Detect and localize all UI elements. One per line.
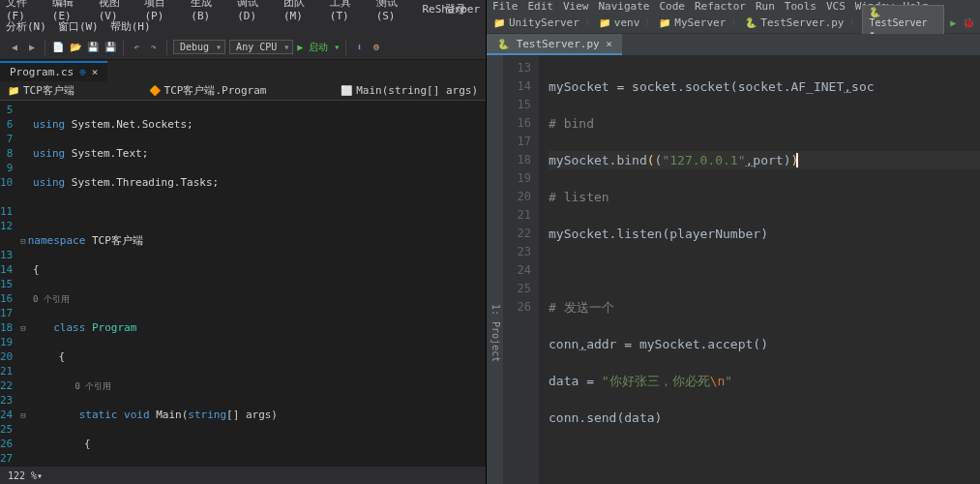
vs-status-bar: 122 % ▾ bbox=[0, 467, 486, 484]
folder-icon: 📁 bbox=[658, 16, 671, 30]
debug-icon[interactable]: 🐞 bbox=[963, 16, 974, 30]
login-link[interactable]: 登录 bbox=[445, 2, 466, 16]
bc-project[interactable]: 📁UnityServer bbox=[492, 16, 594, 30]
menu-edit[interactable]: 编辑(E) bbox=[52, 0, 87, 22]
method-icon: ⬜ bbox=[341, 85, 352, 96]
menu-code[interactable]: Code bbox=[659, 0, 685, 13]
tab-close-icon[interactable]: × bbox=[92, 66, 99, 78]
redo-icon[interactable]: ↷ bbox=[147, 41, 161, 54]
config-dropdown[interactable]: Debug bbox=[173, 40, 225, 54]
save-icon[interactable]: 💾 bbox=[86, 41, 100, 54]
python-icon: 🐍 bbox=[496, 37, 510, 50]
save-all-icon[interactable]: 💾 bbox=[104, 41, 117, 54]
menu-tools[interactable]: Tools bbox=[785, 0, 817, 13]
python-icon: 🐍 bbox=[744, 16, 757, 30]
bc-venv[interactable]: 📁venv bbox=[598, 16, 655, 30]
folder-icon: 📁 bbox=[8, 85, 19, 96]
folder-icon: 📁 bbox=[492, 16, 506, 30]
menu-project[interactable]: 项目(P) bbox=[144, 0, 179, 22]
breadcrumb-method[interactable]: ⬜Main(string[] args) bbox=[341, 84, 478, 97]
ij-tab-bar: 🐍 TestServer.py × bbox=[487, 34, 980, 55]
start-button[interactable]: ▶ 启动 ▾ bbox=[297, 41, 340, 54]
vs-editor[interactable]: 5678 91011 121314 15161718 19202122 2324… bbox=[0, 101, 486, 467]
platform-dropdown[interactable]: Any CPU bbox=[229, 40, 293, 54]
menu-navigate[interactable]: Navigate bbox=[599, 0, 650, 13]
toolbar-icon-2[interactable]: ⚙ bbox=[370, 41, 383, 54]
code-area[interactable]: using System.Net.Sockets; using System.T… bbox=[20, 101, 486, 467]
menu-edit[interactable]: Edit bbox=[528, 0, 554, 13]
menu-build[interactable]: 生成(B) bbox=[191, 0, 225, 22]
open-icon[interactable]: 📂 bbox=[69, 41, 82, 54]
pycharm-ide: File Edit View Navigate Code Refactor Ru… bbox=[487, 0, 980, 484]
ij-editor: 1: Project 13141516 17181920 21222324 25… bbox=[487, 55, 980, 484]
back-icon[interactable]: ◀ bbox=[8, 41, 21, 54]
menu-run[interactable]: Run bbox=[756, 0, 775, 13]
visual-studio-ide: 文件(F) 编辑(E) 视图(V) 项目(P) 生成(B) 调试(D) 团队(M… bbox=[0, 0, 487, 484]
menu-file[interactable]: 文件(F) bbox=[6, 0, 41, 22]
toolbar-icon-1[interactable]: ⬇ bbox=[352, 41, 366, 54]
menu-tools[interactable]: 工具(T) bbox=[330, 0, 365, 22]
vs-breadcrumb: 📁TCP客户端 🔶TCP客户端.Program ⬜Main(string[] a… bbox=[0, 81, 486, 101]
menu-view[interactable]: 视图(V) bbox=[99, 0, 134, 22]
class-icon: 🔶 bbox=[149, 85, 161, 96]
menu-test[interactable]: 测试(S) bbox=[376, 0, 411, 22]
tab-program-cs[interactable]: Program.cs ⊕ × bbox=[0, 61, 107, 81]
vs-tab-bar: Program.cs ⊕ × bbox=[0, 60, 486, 81]
menu-refactor[interactable]: Refactor bbox=[695, 0, 746, 13]
menu-vcs[interactable]: VCS bbox=[826, 0, 846, 13]
vs-toolbar: ◀ ▶ 📄 📂 💾 💾 ↶ ↷ Debug Any CPU ▶ 启动 ▾ ⬇ ⚙ bbox=[0, 35, 486, 60]
menu-file[interactable]: File bbox=[492, 0, 519, 13]
tab-testserver[interactable]: 🐍 TestServer.py × bbox=[487, 34, 622, 55]
folder-icon: 📁 bbox=[598, 16, 611, 30]
bc-myserver[interactable]: 📁MyServer bbox=[658, 16, 740, 30]
bc-file[interactable]: 🐍TestServer.py bbox=[744, 16, 858, 30]
breadcrumb-class[interactable]: 🔶TCP客户端.Program bbox=[149, 83, 267, 98]
undo-icon[interactable]: ↶ bbox=[130, 41, 143, 54]
project-tool[interactable]: 1: Project bbox=[487, 55, 504, 484]
forward-icon[interactable]: ▶ bbox=[25, 41, 39, 54]
ij-gutter: 13141516 17181920 21222324 2526 bbox=[504, 55, 539, 484]
ij-code-area[interactable]: mySocket = socket.socket(socket.AF_INET,… bbox=[539, 55, 980, 484]
new-file-icon[interactable]: 📄 bbox=[51, 41, 65, 54]
zoom-level[interactable]: 122 % bbox=[8, 470, 37, 481]
run-icon[interactable]: ▶ bbox=[948, 16, 959, 30]
menu-debug[interactable]: 调试(D) bbox=[237, 0, 272, 22]
breadcrumb-project[interactable]: 📁TCP客户端 bbox=[8, 83, 74, 98]
menu-team[interactable]: 团队(M) bbox=[283, 0, 318, 22]
tab-pin-icon[interactable]: ⊕ bbox=[79, 66, 86, 78]
menu-view[interactable]: View bbox=[563, 0, 589, 13]
line-gutter: 5678 91011 121314 15161718 19202122 2324… bbox=[0, 101, 20, 467]
vs-main-menu: 文件(F) 编辑(E) 视图(V) 项目(P) 生成(B) 调试(D) 团队(M… bbox=[0, 0, 486, 17]
ij-breadcrumb: 📁UnityServer 📁venv 📁MyServer 🐍TestServer… bbox=[487, 13, 980, 34]
